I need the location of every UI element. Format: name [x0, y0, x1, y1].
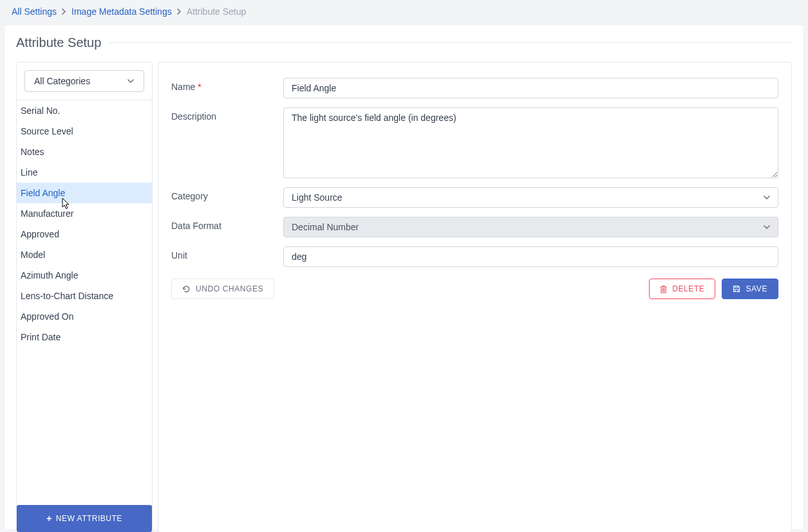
breadcrumb-current: Attribute Setup — [187, 6, 247, 17]
attribute-list-item[interactable]: Model — [17, 244, 152, 265]
sidebar-top: All Categories — [17, 62, 152, 100]
attribute-list-item[interactable]: Azimuth Angle — [17, 265, 152, 286]
delete-button[interactable]: DELETE — [649, 279, 715, 299]
row-description: Description The light source's field ang… — [171, 107, 778, 178]
category-filter-value: All Categories — [34, 76, 90, 86]
chevron-right-icon — [62, 8, 66, 15]
data-format-select-wrap — [283, 217, 778, 237]
row-category: Category — [171, 187, 778, 208]
label-category: Category — [171, 187, 283, 201]
title-divider — [109, 42, 792, 43]
label-name: Name * — [171, 78, 283, 92]
undo-label: UNDO CHANGES — [196, 284, 263, 293]
category-filter-select[interactable]: All Categories — [24, 70, 144, 92]
attribute-list-item[interactable]: Serial No. — [17, 100, 152, 121]
delete-label: DELETE — [672, 284, 704, 293]
sidebar-bottom: + NEW ATTRIBUTE — [17, 505, 152, 532]
category-select-wrap — [283, 187, 778, 208]
label-unit: Unit — [171, 246, 283, 261]
form-actions: UNDO CHANGES DELETE SAVE — [171, 279, 778, 299]
label-description: Description — [171, 107, 283, 122]
chevron-down-icon — [127, 78, 135, 84]
plus-icon: + — [46, 513, 52, 524]
attribute-sidebar: All Categories Serial No.Source LevelNot… — [16, 62, 153, 532]
breadcrumb-link-all-settings[interactable]: All Settings — [12, 6, 57, 17]
label-data-format: Data Format — [171, 217, 283, 231]
new-attribute-button[interactable]: + NEW ATTRIBUTE — [17, 505, 152, 532]
category-select[interactable] — [283, 187, 778, 208]
attribute-list-item[interactable]: Approved On — [17, 306, 152, 327]
description-textarea[interactable]: The light source's field angle (in degre… — [283, 107, 778, 178]
page-title: Attribute Setup — [16, 35, 101, 50]
data-format-select[interactable] — [283, 217, 778, 237]
page-title-row: Attribute Setup — [16, 35, 792, 50]
label-name-text: Name — [171, 82, 195, 92]
breadcrumb-link-image-metadata-settings[interactable]: Image Metadata Settings — [71, 6, 172, 17]
attribute-list-item[interactable]: Lens-to-Chart Distance — [17, 286, 152, 306]
new-attribute-label: NEW ATTRIBUTE — [56, 514, 122, 523]
required-mark: * — [198, 82, 201, 92]
attribute-detail-panel: Name * Description The light source's fi… — [158, 62, 792, 532]
attribute-list-item[interactable]: Field Angle — [17, 183, 152, 203]
row-unit: Unit — [171, 246, 778, 267]
row-data-format: Data Format — [171, 217, 778, 237]
attribute-list[interactable]: Serial No.Source LevelNotesLineField Ang… — [17, 100, 152, 505]
attribute-list-item[interactable]: Notes — [17, 142, 152, 162]
page-card: Attribute Setup All Categories Serial No… — [4, 24, 804, 530]
chevron-right-icon — [177, 8, 182, 15]
content-split: All Categories Serial No.Source LevelNot… — [16, 62, 792, 532]
attribute-list-item[interactable]: Print Date — [17, 327, 152, 347]
attribute-list-item[interactable]: Source Level — [17, 121, 152, 142]
save-label: SAVE — [746, 284, 767, 293]
breadcrumb: All Settings Image Metadata Settings Att… — [0, 0, 808, 24]
trash-icon — [660, 285, 667, 293]
undo-icon — [182, 285, 191, 293]
attribute-list-item[interactable]: Manufacturer — [17, 203, 152, 224]
save-icon — [733, 285, 740, 293]
attribute-list-item[interactable]: Approved — [17, 224, 152, 244]
name-input[interactable] — [283, 78, 778, 98]
attribute-list-item[interactable]: Line — [17, 162, 152, 183]
unit-input[interactable] — [283, 246, 778, 267]
save-button[interactable]: SAVE — [722, 279, 778, 299]
undo-changes-button[interactable]: UNDO CHANGES — [171, 279, 274, 299]
row-name: Name * — [171, 78, 778, 98]
